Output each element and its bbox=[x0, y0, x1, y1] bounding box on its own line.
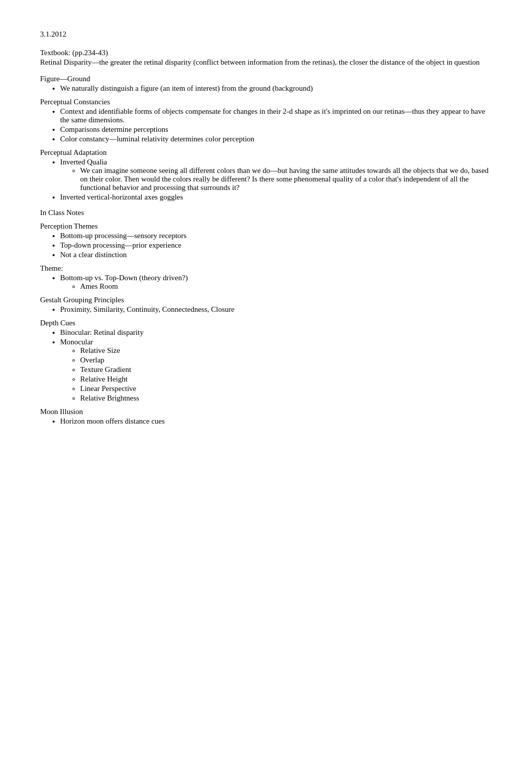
in-class-notes-heading: In Class Notes bbox=[40, 209, 492, 217]
monocular-relative-height: Relative Height bbox=[80, 375, 492, 383]
perceptual-constancies-item-1: Context and identifiable forms of object… bbox=[60, 107, 492, 124]
moon-illusion-item-1: Horizon moon offers distance cues bbox=[60, 417, 492, 426]
perceptual-constancies-heading: Perceptual Constancies bbox=[40, 98, 492, 106]
retinal-disparity: Retinal Disparity—the greater the retina… bbox=[40, 58, 492, 67]
theme-subbullets: Ames Room bbox=[80, 282, 492, 291]
perceptual-adaptation-inverted-qualia: Inverted Qualia We can imagine someone s… bbox=[60, 158, 492, 192]
ames-room: Ames Room bbox=[80, 282, 492, 291]
monocular-relative-brightness: Relative Brightness bbox=[80, 394, 492, 403]
depth-cues-binocular: Binocular: Retinal disparity bbox=[60, 328, 492, 337]
monocular-linear-perspective: Linear Perspective bbox=[80, 384, 492, 393]
depth-cues-list: Binocular: Retinal disparity Monocular R… bbox=[60, 328, 492, 403]
figure-ground-list: We naturally distinguish a figure (an it… bbox=[60, 84, 492, 93]
monocular-subbullets: Relative Size Overlap Texture Gradient R… bbox=[80, 346, 492, 403]
perception-themes-item-1: Bottom-up processing—sensory receptors bbox=[60, 232, 492, 240]
inverted-qualia-subbullets: We can imagine someone seeing all differ… bbox=[80, 166, 492, 192]
date: 3.1.2012 bbox=[40, 30, 492, 39]
figure-ground-item-1: We naturally distinguish a figure (an it… bbox=[60, 84, 492, 93]
perceptual-constancies-item-2: Comparisons determine perceptions bbox=[60, 125, 492, 134]
perceptual-adaptation-heading: Perceptual Adaptation bbox=[40, 148, 492, 157]
gestalt-list: Proximity, Similarity, Continuity, Conne… bbox=[60, 305, 492, 314]
theme-list: Bottom-up vs. Top-Down (theory driven?) … bbox=[60, 274, 492, 291]
perception-themes-heading: Perception Themes bbox=[40, 222, 492, 231]
perceptual-adaptation-list: Inverted Qualia We can imagine someone s… bbox=[60, 158, 492, 202]
depth-cues-monocular: Monocular Relative Size Overlap Texture … bbox=[60, 338, 492, 403]
figure-ground-heading: Figure—Ground bbox=[40, 75, 492, 83]
gestalt-heading: Gestalt Grouping Principles bbox=[40, 296, 492, 304]
perception-themes-item-3: Not a clear distinction bbox=[60, 251, 492, 259]
moon-illusion-list: Horizon moon offers distance cues bbox=[60, 417, 492, 426]
depth-cues-heading: Depth Cues bbox=[40, 319, 492, 327]
theme-heading: Theme: bbox=[40, 264, 492, 273]
perceptual-constancies-list: Context and identifiable forms of object… bbox=[60, 107, 492, 143]
textbook-label: Textbook: (pp.234-43) bbox=[40, 49, 492, 57]
perceptual-adaptation-goggles: Inverted vertical-horizontal axes goggle… bbox=[60, 193, 492, 202]
monocular-relative-size: Relative Size bbox=[80, 346, 492, 355]
perception-themes-item-2: Top-down processing—prior experience bbox=[60, 241, 492, 250]
moon-illusion-heading: Moon Illusion bbox=[40, 408, 492, 416]
monocular-texture-gradient: Texture Gradient bbox=[80, 365, 492, 374]
perception-themes-list: Bottom-up processing—sensory receptors T… bbox=[60, 232, 492, 259]
perceptual-constancies-item-3: Color constancy—luminal relativity deter… bbox=[60, 135, 492, 143]
inverted-qualia-item-1: We can imagine someone seeing all differ… bbox=[80, 166, 492, 192]
theme-item-1: Bottom-up vs. Top-Down (theory driven?) … bbox=[60, 274, 492, 291]
gestalt-item-1: Proximity, Similarity, Continuity, Conne… bbox=[60, 305, 492, 314]
monocular-overlap: Overlap bbox=[80, 356, 492, 364]
